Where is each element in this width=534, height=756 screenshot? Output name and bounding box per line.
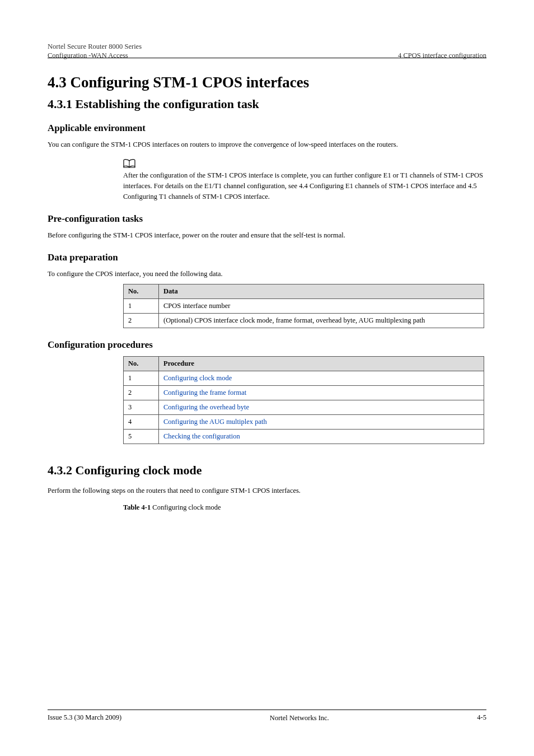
dataprep-heading: Data preparation (48, 252, 486, 263)
cell-no: 1 (124, 371, 159, 386)
configproc-table: No. Procedure 1 Configuring clock mode 2… (123, 356, 484, 444)
section-4-3-1-title: 4.3.1 Establishing the configuration tas… (48, 97, 486, 111)
header-product: Nortel Secure Router 8000 Series (48, 42, 142, 51)
col-proc-header: Procedure (159, 357, 484, 371)
col-data-header: Data (159, 284, 484, 299)
footer-page-number: 4-5 (477, 713, 486, 722)
col-no-header: No. (124, 357, 159, 371)
cell-proc-link[interactable]: Configuring the overhead byte (159, 400, 484, 415)
dataprep-table: No. Data 1 CPOS interface number 2 (Opti… (123, 284, 484, 328)
footer-company-name: Nortel Networks Inc. (121, 713, 477, 722)
table-row: 1 Configuring clock mode (124, 371, 484, 386)
table-row: 4 Configuring the AUG multiplex path (124, 415, 484, 430)
table-header-row: No. Procedure (124, 357, 484, 371)
table-row: 1 CPOS interface number (124, 299, 484, 314)
footer-company: Nortel Networks Inc. (121, 713, 477, 722)
page-header: Nortel Secure Router 8000 Series Configu… (48, 42, 486, 58)
header-chapter: 4 CPOS interface configuration (398, 51, 486, 60)
preconfig-heading: Pre-configuration tasks (48, 213, 486, 225)
header-left: Nortel Secure Router 8000 Series Configu… (48, 42, 142, 58)
preconfig-para: Before configuring the STM-1 CPOS interf… (48, 230, 486, 241)
table-number: Table 4-1 (123, 503, 151, 511)
table-row: 5 Checking the configuration (124, 430, 484, 444)
note-text: After the configuration of the STM-1 CPO… (123, 170, 486, 202)
clockmode-para: Perform the following steps on the route… (48, 486, 486, 496)
note-block: After the configuration of the STM-1 CPO… (123, 159, 486, 202)
cell-data: CPOS interface number (159, 299, 484, 314)
configproc-heading: Configuration procedures (48, 339, 486, 351)
cell-no: 5 (124, 430, 159, 444)
applicable-env-para: You can configure the STM-1 CPOS interfa… (48, 139, 486, 150)
table-row: 2 (Optional) CPOS interface clock mode, … (124, 314, 484, 328)
table-row: 3 Configuring the overhead byte (124, 400, 484, 415)
cell-no: 2 (124, 314, 159, 328)
cell-data: (Optional) CPOS interface clock mode, fr… (159, 314, 484, 328)
dataprep-para: To configure the CPOS interface, you nee… (48, 269, 486, 279)
cell-proc-link[interactable]: Configuring clock mode (159, 371, 484, 386)
cell-proc-link[interactable]: Checking the configuration (159, 430, 484, 444)
section-4-3-2-title: 4.3.2 Configuring clock mode (48, 463, 486, 478)
col-no-header: No. (124, 284, 159, 299)
table-header-row: No. Data (124, 284, 484, 299)
table-row: 2 Configuring the frame format (124, 386, 484, 400)
section-4-3-title: 4.3 Configuring STM-1 CPOS interfaces (48, 74, 486, 91)
cell-no: 2 (124, 386, 159, 400)
applicable-env-heading: Applicable environment (48, 123, 486, 134)
cell-no: 4 (124, 415, 159, 430)
cell-no: 1 (124, 299, 159, 314)
header-doc-title: Configuration -WAN Access (48, 51, 142, 60)
cell-proc-link[interactable]: Configuring the frame format (159, 386, 484, 400)
cell-no: 3 (124, 400, 159, 415)
table-4-1-caption: Table 4-1 Configuring clock mode (123, 503, 486, 512)
header-right: 4 CPOS interface configuration (398, 42, 486, 58)
book-icon (123, 159, 486, 168)
footer-issue: Issue 5.3 (30 March 2009) (48, 713, 121, 722)
page-footer: Issue 5.3 (30 March 2009) Nortel Network… (48, 710, 486, 722)
cell-proc-link[interactable]: Configuring the AUG multiplex path (159, 415, 484, 430)
table-caption-text: Configuring clock mode (151, 503, 221, 511)
